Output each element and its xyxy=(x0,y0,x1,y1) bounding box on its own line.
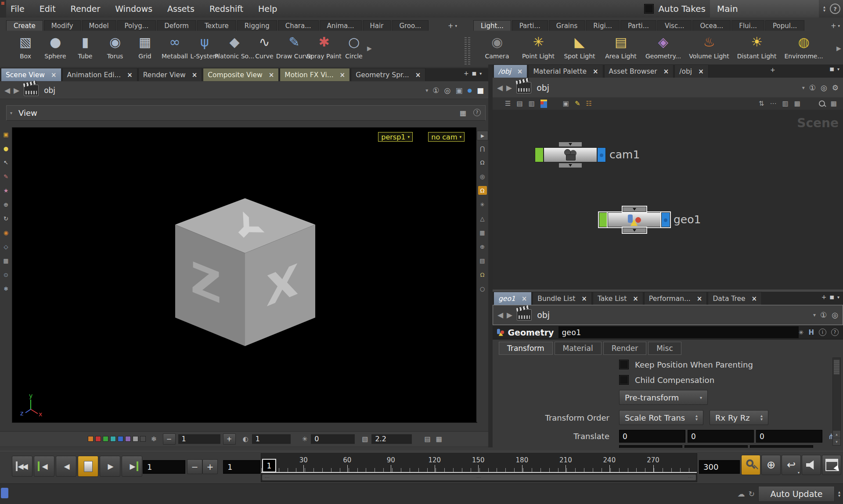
params-scrollbar[interactable]: ▴ ▾ xyxy=(832,357,841,446)
shelf-tab[interactable]: Modify xyxy=(44,20,81,31)
pane-tab[interactable]: Motion FX Vi... × xyxy=(280,68,350,81)
light-state-icon[interactable]: ● xyxy=(2,144,11,153)
node-body[interactable] xyxy=(544,147,597,162)
pane-splitter[interactable] xyxy=(488,64,493,447)
gallery-icon[interactable]: ☷ xyxy=(586,100,592,107)
close-icon[interactable]: × xyxy=(663,68,669,75)
refresh-icon[interactable]: ↻ xyxy=(749,490,755,498)
shelf-tool[interactable]: ✳ Point Light xyxy=(518,32,559,61)
pin-icon[interactable]: ◎ xyxy=(832,311,838,319)
shelf-tool[interactable]: ◈ Geometry... xyxy=(641,32,685,61)
lod-field[interactable]: 1 xyxy=(178,434,220,444)
node-output-connector[interactable] xyxy=(623,228,646,233)
viewport-canvas[interactable]: persp1▾ no cam▾ Y Z X y x z xyxy=(12,127,477,423)
close-icon[interactable]: × xyxy=(698,68,704,75)
material-shading-icon[interactable]: ◎ xyxy=(478,172,487,181)
shelf-tab[interactable]: Rigi... xyxy=(586,20,620,31)
path-field[interactable]: obj xyxy=(537,310,550,320)
scroll-up-icon[interactable]: ▴ xyxy=(833,431,840,438)
pane-tab[interactable]: Take List × xyxy=(593,292,643,305)
network-canvas[interactable]: Scene cam1 geo1 xyxy=(493,110,843,290)
close-icon[interactable]: × xyxy=(127,71,133,79)
shelf-more-icon[interactable]: ▶ xyxy=(836,45,841,52)
collapse-icon[interactable]: ▾ xyxy=(10,111,12,115)
pane-tab[interactable]: Composite View × xyxy=(203,68,279,81)
auto-update-spinner[interactable]: ▴▾ xyxy=(838,490,840,497)
color-chip[interactable] xyxy=(118,436,123,442)
link-badge-icon[interactable]: ① xyxy=(809,83,816,92)
snapshot-icon[interactable]: ▦ xyxy=(460,109,466,117)
scroll-down-icon[interactable]: ▾ xyxy=(833,438,840,445)
no-cam-label[interactable]: no cam▾ xyxy=(428,132,465,142)
undo-button[interactable]: ↩▾ xyxy=(782,455,801,475)
auto-update-selector[interactable]: Auto Update xyxy=(758,486,835,502)
lod-minus-button[interactable]: − xyxy=(163,433,176,445)
menu-item[interactable]: Render xyxy=(71,4,101,14)
blue-dot-icon[interactable]: ● xyxy=(467,87,472,93)
headlight-icon[interactable]: Ω xyxy=(478,186,487,195)
stop-icon[interactable] xyxy=(78,456,98,477)
menu-item[interactable]: Assets xyxy=(167,4,195,14)
tree-list-icon[interactable]: ☰ xyxy=(505,100,511,107)
shelf-tool[interactable]: ☀ Distant Light xyxy=(733,32,781,61)
shelf-tool[interactable]: ◣ Spot Light xyxy=(559,32,600,61)
window-icon[interactable]: ▥ xyxy=(529,100,535,107)
pane-tab[interactable]: Data Tree × xyxy=(708,292,762,305)
keep-position-checkbox[interactable] xyxy=(619,360,629,369)
high-quality-icon[interactable]: ✳ xyxy=(478,200,487,209)
add-shelf-tab-button[interactable]: +▾ xyxy=(444,21,461,31)
color-chip[interactable] xyxy=(103,436,108,442)
child-compensation-checkbox[interactable] xyxy=(619,375,629,385)
param-tab[interactable]: Render xyxy=(603,342,647,355)
link-badge-icon[interactable]: ① xyxy=(820,311,827,319)
close-icon[interactable]: × xyxy=(752,295,757,303)
frame-increment-button[interactable]: + xyxy=(202,459,218,474)
shelf-tool[interactable]: ▮ Tube xyxy=(70,32,100,61)
dots-icon[interactable]: ⋯ xyxy=(770,100,776,107)
crosshair-icon[interactable]: ⊕ xyxy=(478,242,487,251)
grid-snap-icon[interactable]: ▦ xyxy=(2,256,11,265)
close-icon[interactable]: × xyxy=(633,295,638,303)
node-name-field[interactable]: geo1 xyxy=(558,326,799,338)
columns-icon[interactable]: ▤ xyxy=(424,435,430,443)
node-geo1[interactable]: geo1 xyxy=(599,212,670,227)
shelf-tab[interactable]: Texture xyxy=(197,20,236,31)
shelf-tool[interactable]: ∿ Curve xyxy=(249,32,279,61)
forward-icon[interactable]: ▶ xyxy=(14,86,19,95)
link-badge-icon[interactable]: ① xyxy=(432,86,439,95)
objects-state-icon[interactable]: ▣ xyxy=(2,130,11,139)
param-tab[interactable]: Material xyxy=(555,342,602,355)
white-square-icon[interactable]: ■ xyxy=(477,86,484,95)
timeline[interactable]: 306090120150180210240270 1 ⋯⋯⋯ xyxy=(261,453,697,482)
pane-tab-controls[interactable]: ■▾ xyxy=(826,66,843,75)
pane-tab[interactable]: Asset Browser × xyxy=(604,64,674,78)
playhead-marker[interactable]: 1 xyxy=(262,459,276,472)
shelf-tool[interactable]: ◍ Environme... xyxy=(780,32,827,61)
node-display-flag[interactable] xyxy=(661,212,670,227)
auto-key-button[interactable] xyxy=(741,455,760,475)
shelf-tab[interactable]: Parti... xyxy=(512,20,548,31)
shelf-tool[interactable]: ▤ Area Light xyxy=(600,32,641,61)
close-icon[interactable]: × xyxy=(51,71,57,79)
snowflake-icon[interactable]: ❄ xyxy=(151,435,157,443)
pane-tab[interactable]: Performan... × xyxy=(644,292,707,305)
shelf-tool[interactable]: ◉ Torus xyxy=(100,32,130,61)
shelf-tab[interactable]: Rigging xyxy=(237,20,277,31)
color-chip[interactable] xyxy=(95,436,101,442)
shelf-tool[interactable]: ✎ Draw Curve xyxy=(279,32,309,61)
menu-item[interactable]: Redshift xyxy=(209,4,243,14)
timeline-scrollbar[interactable]: ⋯⋯⋯ xyxy=(262,475,696,480)
close-icon[interactable]: × xyxy=(581,295,587,303)
shelf-tab[interactable]: Light... xyxy=(473,20,511,31)
disable-lighting-icon[interactable]: Ω xyxy=(478,158,487,167)
message-badge[interactable] xyxy=(1,488,8,498)
rows-icon[interactable]: ▤ xyxy=(516,100,522,107)
param-tab[interactable]: Transform xyxy=(499,342,553,355)
black-point-field[interactable]: 0 xyxy=(311,434,355,444)
shelf-tab[interactable]: Deform xyxy=(157,20,196,31)
add-pane-tab-button[interactable]: + xyxy=(767,66,779,76)
path-field[interactable]: obj xyxy=(537,83,549,93)
shelf-tab[interactable]: Flui... xyxy=(731,20,764,31)
play-forward-icon[interactable]: ▶ xyxy=(100,456,120,477)
color-palette-icon[interactable] xyxy=(540,100,547,108)
